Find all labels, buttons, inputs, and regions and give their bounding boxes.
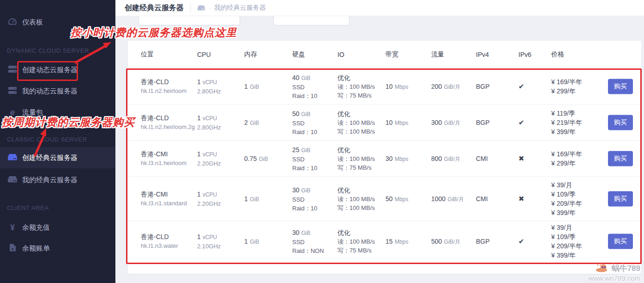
sidebar-item-label: 我的经典云服务器: [22, 176, 78, 185]
cell-bandwidth: 15 Mbps: [385, 237, 408, 246]
col-io: IO: [337, 51, 344, 58]
cell-location: 香港-CLD hk.l1.n2.heirloom: [141, 77, 187, 96]
table-row: 香港-CMI hk.l3.n1.heirloom 1 vCPU 2.20GHz …: [128, 140, 641, 176]
col-ipv6: IPv6: [518, 51, 531, 58]
cell-disk: 30 GiB SSD Raid：10: [292, 185, 317, 212]
col-location: 位置: [141, 50, 154, 59]
server-icon: [6, 176, 18, 184]
sidebar-section-dynamic: DYNAMIC CLOUD SERVER: [7, 47, 89, 54]
breadcrumb-server-icon: [197, 5, 205, 11]
col-memory: 内存: [244, 50, 257, 59]
col-bandwidth: 带宽: [385, 50, 398, 59]
cell-memory: 1 GiB: [244, 82, 259, 91]
cell-memory: 2 GiB: [244, 118, 259, 127]
cell-location: 香港-CMI hk.l3.n1.standard: [141, 190, 187, 208]
server-code: hk.l3.n1.standard: [141, 199, 187, 208]
cell-price: ¥ 169/半年 ¥ 299/年: [551, 77, 582, 96]
cell-io: 优化 读：100 MB/s 写：75 MB/s: [337, 228, 375, 255]
sidebar-item-recharge[interactable]: ¥ 余额充值: [0, 217, 115, 238]
server-region: 香港-CMI: [141, 149, 187, 159]
cell-buy: 购买: [608, 79, 633, 94]
col-cpu: CPU: [197, 51, 211, 58]
cell-buy: 购买: [608, 115, 633, 130]
cell-ipv4: BGP: [476, 118, 490, 127]
bill-icon: $: [6, 244, 18, 253]
server-code: hk.l1.n2.heirloom.2g: [141, 123, 195, 132]
table-header: 位置 CPU 内存 硬盘 IO 带宽 流量 IPv4 IPv6 价格: [128, 41, 641, 68]
buy-button[interactable]: 购买: [608, 234, 633, 249]
cell-io: 优化 读：100 MB/s 写：75 MB/s: [337, 73, 375, 100]
cell-traffic: 800 GiB/月: [431, 154, 460, 163]
server-code: hk.l3.n1.heirloom: [141, 159, 187, 168]
plans-card: 位置 CPU 内存 硬盘 IO 带宽 流量 IPv4 IPv6 价格 香港-CL…: [128, 41, 641, 274]
buy-button[interactable]: 购买: [608, 79, 633, 94]
table-row: 香港-CLD hk.l1.n3.water 1 vCPU 2.10GHz 1 G…: [128, 221, 641, 261]
cell-location: 香港-CMI hk.l3.n1.heirloom: [141, 149, 187, 168]
sidebar-item-billing[interactable]: $ 余额账单: [0, 238, 115, 258]
col-traffic: 流量: [431, 50, 444, 59]
server-stack-icon: [6, 65, 18, 74]
cell-buy: 购买: [608, 191, 633, 206]
traffic-pack-icon: e: [6, 107, 18, 117]
sidebar-item-label: 仪表板: [22, 18, 43, 27]
cell-memory: 1 GiB: [244, 237, 259, 246]
sidebar-item-label: 我的动态云服务器: [22, 87, 78, 96]
sidebar-item-my-classic[interactable]: 我的经典云服务器: [0, 170, 115, 190]
server-icon: [6, 154, 18, 162]
page-title: 创建经典云服务器: [125, 3, 184, 13]
server-region: 香港-CLD: [141, 232, 178, 241]
svg-text:$: $: [12, 247, 14, 251]
cell-traffic: 300 GiB/月: [431, 118, 460, 127]
buy-button[interactable]: 购买: [608, 191, 633, 206]
sidebar-item-create-dynamic[interactable]: 创建动态云服务器: [0, 60, 115, 80]
cell-disk: 30 GiB SSD Raid：NON: [292, 228, 324, 255]
cell-ipv4: BGP: [476, 82, 490, 91]
cell-io: 优化 读：100 MB/s 写：100 MB/s: [337, 185, 375, 212]
cell-bandwidth: 10 Mbps: [385, 82, 408, 91]
server-stack-icon: [6, 86, 18, 96]
cell-location: 香港-CLD hk.l1.n3.water: [141, 232, 178, 251]
sidebar-item-traffic-pack[interactable]: e 流量包: [0, 102, 115, 123]
page-header: 创建经典云服务器 · 我的经典云服务器: [115, 0, 644, 16]
breadcrumb[interactable]: 我的经典云服务器: [214, 4, 266, 12]
cell-buy: 购买: [608, 234, 633, 249]
cell-ipv4: BGP: [476, 237, 490, 246]
buy-button[interactable]: 购买: [608, 151, 633, 166]
table-row: 香港-CLD hk.l1.n2.heirloom 1 vCPU 2.80GHz …: [128, 68, 641, 104]
cell-ipv4: CMI: [476, 194, 488, 203]
cell-cpu: 1 vCPU 2.20GHz: [197, 189, 221, 208]
cell-traffic: 500 GiB/月: [431, 237, 460, 246]
col-price: 价格: [551, 50, 564, 59]
cell-buy: 购买: [608, 151, 633, 166]
cell-traffic: 1000 GiB/月: [431, 194, 464, 203]
sidebar-item-dashboard[interactable]: 仪表板: [0, 12, 115, 32]
table-row: 香港-CLD hk.l1.n2.heirloom.2g 1 vCPU 2.80G…: [128, 104, 641, 140]
cell-memory: 0.75 GiB: [244, 154, 268, 163]
cell-bandwidth: 10 Mbps: [385, 118, 408, 127]
cell-ipv4: CMI: [476, 154, 488, 163]
cell-disk: 50 GiB SSD Raid：10: [292, 109, 317, 136]
sidebar-item-my-dynamic[interactable]: 我的动态云服务器: [0, 81, 115, 101]
sidebar-item-label: 创建经典云服务器: [22, 154, 78, 162]
cell-location: 香港-CLD hk.l1.n2.heirloom.2g: [141, 113, 195, 132]
cell-disk: 40 GiB SSD Raid：10: [292, 73, 317, 100]
cell-bandwidth: 30 Mbps: [385, 154, 408, 163]
breadcrumb-separator: ·: [209, 4, 211, 12]
sidebar-item-label: 创建动态云服务器: [22, 66, 78, 74]
ipv6-unsupported-icon: ✖: [518, 195, 524, 203]
cell-price: ¥ 169/半年 ¥ 299/年: [551, 149, 582, 168]
buy-button[interactable]: 购买: [608, 115, 633, 130]
ipv6-supported-icon: ✔: [518, 118, 524, 127]
cell-io: 优化 读：100 MB/s 写：100 MB/s: [337, 109, 375, 136]
sidebar-section-classic: CLASSIC CLOUD SERVER: [7, 136, 87, 143]
sidebar-item-label: 流量包: [22, 108, 43, 117]
sidebar-item-create-classic[interactable]: 创建经典云服务器: [0, 147, 115, 168]
cell-cpu: 1 vCPU 2.80GHz: [197, 77, 221, 96]
sidebar-item-label: 余额充值: [22, 223, 50, 232]
sidebar: 仪表板 DYNAMIC CLOUD SERVER 创建动态云服务器 我的动态云服…: [0, 0, 115, 283]
cell-cpu: 1 vCPU 2.80GHz: [197, 113, 221, 132]
table-row: 香港-CMI hk.l3.n1.standard 1 vCPU 2.20GHz …: [128, 176, 641, 221]
sidebar-item-label: 余额账单: [22, 244, 50, 253]
cell-bandwidth: 50 Mbps: [385, 194, 408, 203]
server-region: 香港-CMI: [141, 190, 187, 199]
